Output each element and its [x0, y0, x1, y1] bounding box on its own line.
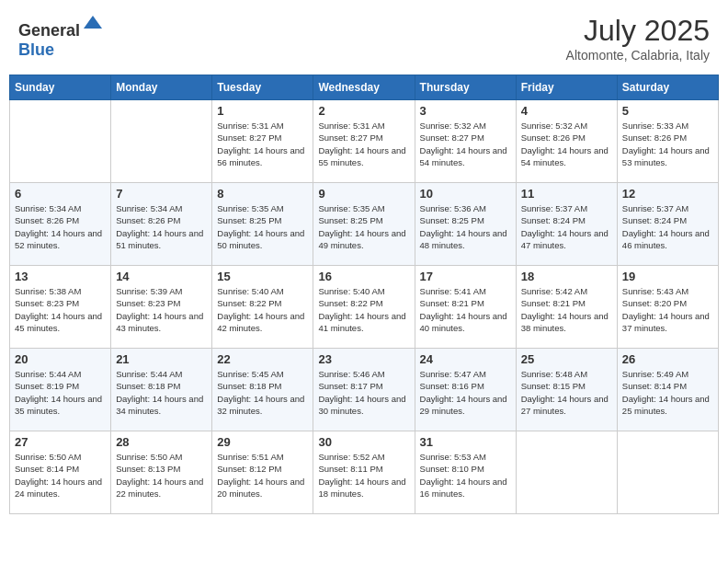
day-number: 16	[318, 270, 409, 283]
calendar-cell: 19Sunrise: 5:43 AMSunset: 8:20 PMDayligh…	[617, 266, 718, 349]
day-info: Sunrise: 5:36 AMSunset: 8:25 PMDaylight:…	[420, 202, 511, 251]
day-info: Sunrise: 5:44 AMSunset: 8:19 PMDaylight:…	[15, 368, 106, 417]
calendar-cell: 25Sunrise: 5:48 AMSunset: 8:15 PMDayligh…	[516, 349, 617, 431]
day-number: 10	[420, 187, 511, 201]
day-info: Sunrise: 5:45 AMSunset: 8:18 PMDaylight:…	[217, 368, 308, 417]
day-number: 4	[521, 104, 612, 118]
day-number: 29	[217, 435, 308, 449]
calendar-week-4: 20Sunrise: 5:44 AMSunset: 8:19 PMDayligh…	[10, 349, 719, 431]
day-info: Sunrise: 5:40 AMSunset: 8:22 PMDaylight:…	[217, 285, 308, 334]
day-number: 9	[318, 187, 409, 201]
col-monday: Monday	[111, 75, 212, 100]
calendar-cell: 20Sunrise: 5:44 AMSunset: 8:19 PMDayligh…	[10, 349, 111, 431]
col-wednesday: Wednesday	[313, 75, 415, 100]
calendar-week-1: 1Sunrise: 5:31 AMSunset: 8:27 PMDaylight…	[10, 100, 719, 183]
day-info: Sunrise: 5:34 AMSunset: 8:26 PMDaylight:…	[15, 202, 106, 251]
day-number: 5	[622, 104, 713, 118]
day-number: 23	[318, 352, 409, 366]
day-number: 22	[217, 352, 308, 366]
calendar-cell: 15Sunrise: 5:40 AMSunset: 8:22 PMDayligh…	[212, 266, 313, 349]
day-info: Sunrise: 5:51 AMSunset: 8:12 PMDaylight:…	[217, 451, 308, 500]
col-saturday: Saturday	[617, 75, 718, 100]
day-info: Sunrise: 5:35 AMSunset: 8:25 PMDaylight:…	[217, 202, 308, 251]
calendar-cell: 28Sunrise: 5:50 AMSunset: 8:13 PMDayligh…	[111, 431, 212, 514]
logo-general: General	[18, 21, 80, 40]
day-info: Sunrise: 5:38 AMSunset: 8:23 PMDaylight:…	[15, 285, 106, 334]
day-info: Sunrise: 5:42 AMSunset: 8:21 PMDaylight:…	[521, 285, 612, 334]
calendar-cell: 2Sunrise: 5:31 AMSunset: 8:27 PMDaylight…	[313, 100, 415, 183]
calendar-cell: 29Sunrise: 5:51 AMSunset: 8:12 PMDayligh…	[212, 431, 313, 514]
day-info: Sunrise: 5:52 AMSunset: 8:11 PMDaylight:…	[318, 451, 409, 500]
calendar-cell: 5Sunrise: 5:33 AMSunset: 8:26 PMDaylight…	[617, 100, 718, 183]
day-number: 1	[217, 104, 308, 118]
day-info: Sunrise: 5:50 AMSunset: 8:13 PMDaylight:…	[116, 451, 207, 500]
calendar-cell: 27Sunrise: 5:50 AMSunset: 8:14 PMDayligh…	[10, 431, 111, 514]
calendar-cell	[617, 431, 718, 514]
day-info: Sunrise: 5:37 AMSunset: 8:24 PMDaylight:…	[521, 202, 612, 251]
col-friday: Friday	[516, 75, 617, 100]
day-info: Sunrise: 5:53 AMSunset: 8:10 PMDaylight:…	[420, 451, 511, 500]
day-number: 18	[521, 270, 612, 283]
day-number: 8	[217, 187, 308, 201]
day-number: 21	[116, 352, 207, 366]
calendar-cell: 16Sunrise: 5:40 AMSunset: 8:22 PMDayligh…	[313, 266, 415, 349]
day-number: 26	[622, 352, 713, 366]
calendar-cell: 22Sunrise: 5:45 AMSunset: 8:18 PMDayligh…	[212, 349, 313, 431]
day-info: Sunrise: 5:32 AMSunset: 8:27 PMDaylight:…	[420, 120, 511, 168]
day-number: 12	[622, 187, 713, 201]
calendar-cell: 8Sunrise: 5:35 AMSunset: 8:25 PMDaylight…	[212, 183, 313, 266]
day-number: 7	[116, 187, 207, 201]
logo-icon	[82, 12, 104, 34]
calendar-cell: 26Sunrise: 5:49 AMSunset: 8:14 PMDayligh…	[617, 349, 718, 431]
day-info: Sunrise: 5:41 AMSunset: 8:21 PMDaylight:…	[420, 285, 511, 334]
day-number: 15	[217, 270, 308, 283]
calendar-cell: 24Sunrise: 5:47 AMSunset: 8:16 PMDayligh…	[415, 349, 516, 431]
calendar-cell: 12Sunrise: 5:37 AMSunset: 8:24 PMDayligh…	[617, 183, 718, 266]
calendar-cell: 18Sunrise: 5:42 AMSunset: 8:21 PMDayligh…	[516, 266, 617, 349]
logo-blue: Blue	[18, 40, 54, 59]
day-number: 11	[521, 187, 612, 201]
col-tuesday: Tuesday	[212, 75, 313, 100]
month-title: July 2025	[566, 14, 710, 48]
calendar-week-5: 27Sunrise: 5:50 AMSunset: 8:14 PMDayligh…	[10, 431, 719, 514]
day-number: 20	[15, 352, 106, 366]
day-info: Sunrise: 5:33 AMSunset: 8:26 PMDaylight:…	[622, 120, 713, 168]
day-number: 24	[420, 352, 511, 366]
col-sunday: Sunday	[10, 75, 111, 100]
day-info: Sunrise: 5:50 AMSunset: 8:14 PMDaylight:…	[15, 451, 106, 500]
day-number: 28	[116, 435, 207, 449]
calendar-cell: 1Sunrise: 5:31 AMSunset: 8:27 PMDaylight…	[212, 100, 313, 183]
header-row: Sunday Monday Tuesday Wednesday Thursday…	[10, 75, 719, 100]
page-header: General Blue July 2025 Altomonte, Calabr…	[9, 9, 719, 67]
day-info: Sunrise: 5:40 AMSunset: 8:22 PMDaylight:…	[318, 285, 409, 334]
calendar-cell: 23Sunrise: 5:46 AMSunset: 8:17 PMDayligh…	[313, 349, 415, 431]
calendar-cell: 14Sunrise: 5:39 AMSunset: 8:23 PMDayligh…	[111, 266, 212, 349]
calendar-week-2: 6Sunrise: 5:34 AMSunset: 8:26 PMDaylight…	[10, 183, 719, 266]
calendar-cell	[516, 431, 617, 514]
day-info: Sunrise: 5:39 AMSunset: 8:23 PMDaylight:…	[116, 285, 207, 334]
day-info: Sunrise: 5:46 AMSunset: 8:17 PMDaylight:…	[318, 368, 409, 417]
day-info: Sunrise: 5:35 AMSunset: 8:25 PMDaylight:…	[318, 202, 409, 251]
day-info: Sunrise: 5:37 AMSunset: 8:24 PMDaylight:…	[622, 202, 713, 251]
day-info: Sunrise: 5:49 AMSunset: 8:14 PMDaylight:…	[622, 368, 713, 417]
calendar-cell	[10, 100, 111, 183]
day-number: 14	[116, 270, 207, 283]
location-subtitle: Altomonte, Calabria, Italy	[566, 48, 710, 63]
day-number: 25	[521, 352, 612, 366]
calendar-cell: 17Sunrise: 5:41 AMSunset: 8:21 PMDayligh…	[415, 266, 516, 349]
calendar-cell: 7Sunrise: 5:34 AMSunset: 8:26 PMDaylight…	[111, 183, 212, 266]
calendar-cell: 30Sunrise: 5:52 AMSunset: 8:11 PMDayligh…	[313, 431, 415, 514]
day-info: Sunrise: 5:34 AMSunset: 8:26 PMDaylight:…	[116, 202, 207, 251]
calendar-cell: 11Sunrise: 5:37 AMSunset: 8:24 PMDayligh…	[516, 183, 617, 266]
calendar-cell: 3Sunrise: 5:32 AMSunset: 8:27 PMDaylight…	[415, 100, 516, 183]
day-number: 2	[318, 104, 409, 118]
day-info: Sunrise: 5:31 AMSunset: 8:27 PMDaylight:…	[217, 120, 308, 168]
calendar-cell: 13Sunrise: 5:38 AMSunset: 8:23 PMDayligh…	[10, 266, 111, 349]
logo-text: General Blue	[18, 14, 104, 60]
calendar-table: Sunday Monday Tuesday Wednesday Thursday…	[9, 75, 719, 514]
calendar-cell: 4Sunrise: 5:32 AMSunset: 8:26 PMDaylight…	[516, 100, 617, 183]
calendar-cell: 9Sunrise: 5:35 AMSunset: 8:25 PMDaylight…	[313, 183, 415, 266]
day-info: Sunrise: 5:44 AMSunset: 8:18 PMDaylight:…	[116, 368, 207, 417]
day-number: 27	[15, 435, 106, 449]
day-info: Sunrise: 5:47 AMSunset: 8:16 PMDaylight:…	[420, 368, 511, 417]
